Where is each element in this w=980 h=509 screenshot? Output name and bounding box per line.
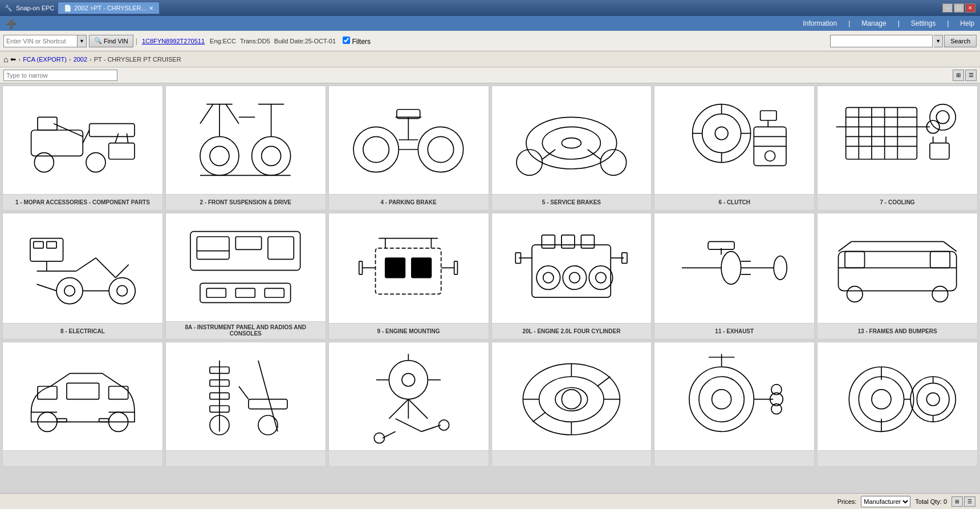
svg-line-154 [396, 419, 421, 432]
part-card-12[interactable]: 13 - FRAMES AND BUMPERS [817, 213, 978, 340]
part-card-17[interactable] [654, 342, 815, 467]
svg-point-62 [930, 104, 955, 130]
find-vin-button[interactable]: 🔍 Find VIN [89, 35, 133, 47]
vin-link[interactable]: 1C8FYN8992T270511 [142, 38, 205, 45]
filters-checkbox[interactable]: Filters [343, 37, 371, 46]
part-image-14 [166, 342, 326, 450]
svg-line-131 [944, 242, 957, 252]
svg-line-168 [597, 377, 611, 386]
statusbar-btn2[interactable]: ☰ [964, 496, 975, 507]
prices-label: Prices: [837, 498, 857, 505]
svg-point-166 [562, 390, 581, 409]
svg-point-107 [563, 266, 586, 289]
part-card-3[interactable]: 4 - PARKING BRAKE [328, 86, 489, 211]
vin-separator: | [136, 37, 137, 45]
svg-line-8 [115, 134, 119, 143]
svg-point-185 [872, 390, 891, 409]
svg-line-9 [127, 134, 128, 143]
search-input[interactable] [830, 35, 933, 47]
part-label-11: 11 - EXHAUST [654, 323, 814, 339]
list-view-button[interactable]: ☰ [965, 70, 977, 81]
information-menu[interactable]: Information [803, 19, 837, 27]
tab-item[interactable]: 📄 2002 >PT - CHRYSLER... ✕ [58, 2, 159, 14]
svg-rect-85 [268, 237, 294, 260]
breadcrumb-separator3: › [90, 56, 92, 63]
svg-point-165 [539, 377, 604, 422]
svg-point-31 [526, 118, 617, 169]
svg-rect-1 [89, 124, 134, 137]
svg-point-175 [699, 377, 744, 422]
part-card-13[interactable] [2, 342, 163, 467]
svg-rect-7 [108, 143, 134, 159]
grid-view-button[interactable]: ⊞ [953, 70, 964, 81]
part-image-16 [492, 342, 652, 450]
tab-close-icon[interactable]: ✕ [149, 5, 153, 11]
svg-point-48 [765, 151, 775, 161]
filters-check[interactable] [343, 37, 350, 44]
search-dropdown-arrow[interactable]: ▼ [934, 35, 943, 47]
part-card-8[interactable]: 8A - INSTRUMENT PANEL AND RADIOS AND CON… [165, 213, 326, 340]
svg-line-150 [239, 386, 249, 399]
part-card-15[interactable] [328, 342, 489, 467]
part-card-11[interactable]: 11 - EXHAUST [654, 213, 815, 340]
breadcrumb-level3: PT - CHRYSLER PT CRUISER [94, 56, 181, 63]
breadcrumb-level2[interactable]: 2002 [74, 56, 87, 63]
settings-menu[interactable]: Settings [911, 19, 936, 27]
svg-rect-96 [359, 261, 363, 274]
part-card-7[interactable]: 8 - ELECTRICAL [2, 213, 163, 340]
minimize-button[interactable]: − [942, 3, 953, 13]
svg-line-156 [421, 425, 441, 431]
part-card-18[interactable] [817, 342, 978, 467]
part-card-14[interactable] [165, 342, 326, 467]
back-icon[interactable]: ⬅ [10, 55, 16, 63]
svg-rect-103 [562, 235, 575, 248]
part-image-3 [329, 86, 489, 194]
svg-line-171 [532, 413, 546, 422]
statusbar-buttons: ⊞ ☰ [951, 496, 975, 507]
vin-input[interactable] [3, 35, 78, 47]
part-label-17 [654, 450, 814, 466]
svg-rect-70 [47, 242, 56, 249]
svg-point-106 [543, 273, 554, 283]
vin-dropdown-arrow[interactable]: ▼ [78, 35, 87, 47]
manage-menu[interactable]: Manage [861, 19, 886, 27]
part-label-14 [166, 450, 326, 466]
part-card-2[interactable]: 2 - FRONT SUSPENSION & DRIVE [165, 86, 326, 211]
part-card-6[interactable]: 7 - COOLING [817, 86, 978, 211]
breadcrumb-level1[interactable]: FCA (EXPORT) [23, 56, 67, 63]
part-card-5[interactable]: 6 - CLUTCH [654, 86, 815, 211]
close-button[interactable]: ✕ [965, 3, 975, 13]
svg-point-40 [715, 127, 728, 140]
part-card-9[interactable]: 9 - ENGINE MOUNTING [328, 213, 489, 340]
total-qty-label: Total Qty: 0 [915, 498, 947, 505]
add-tab-button[interactable]: ➕ [6, 18, 17, 29]
svg-point-79 [109, 278, 135, 304]
part-card-4[interactable]: 5 - SERVICE BRAKES [491, 86, 652, 211]
svg-point-149 [258, 415, 278, 435]
maximize-button[interactable]: □ [954, 3, 964, 13]
part-image-2 [166, 86, 326, 194]
statusbar-btn1[interactable]: ⊞ [951, 496, 963, 507]
part-image-7 [3, 213, 162, 323]
part-label-6: 7 - COOLING [818, 194, 977, 210]
part-image-4 [492, 86, 652, 194]
svg-rect-83 [197, 237, 230, 260]
search-button[interactable]: Search [944, 35, 977, 47]
part-label-8: 8A - INSTRUMENT PANEL AND RADIOS AND CON… [166, 321, 326, 339]
svg-rect-126 [930, 252, 950, 268]
narrow-input[interactable] [3, 70, 117, 81]
svg-rect-104 [582, 235, 595, 248]
title-bar: 🔧 Snap-on EPC 📄 2002 >PT - CHRYSLER... ✕… [0, 0, 980, 16]
part-card-1[interactable]: 1 - MOPAR ACCESSORIES - COMPONENT PARTS [2, 86, 163, 211]
home-icon[interactable]: ⌂ [3, 55, 8, 64]
svg-line-74 [96, 258, 116, 278]
part-card-16[interactable] [491, 342, 652, 467]
svg-point-80 [117, 286, 127, 296]
prices-dropdown[interactable]: Manufacturer [861, 496, 910, 507]
svg-line-36 [588, 150, 601, 159]
part-label-1: 1 - MOPAR ACCESSORIES - COMPONENT PARTS [3, 194, 162, 210]
eng-label: Eng:ECC [210, 38, 236, 45]
part-card-10[interactable]: 20L - ENGINE 2.0L FOUR CYLINDER [491, 213, 652, 340]
help-menu[interactable]: Help [960, 19, 974, 27]
svg-point-22 [353, 127, 398, 172]
